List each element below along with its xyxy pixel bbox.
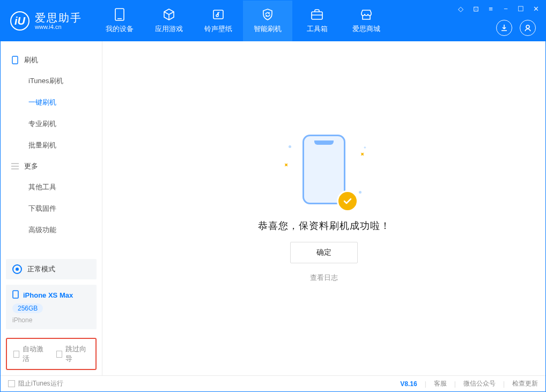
app-site: www.i4.cn	[35, 24, 82, 30]
sidebar-item-pro-flash[interactable]: 专业刷机	[1, 113, 102, 135]
checkbox-icon	[13, 351, 19, 358]
store-icon	[360, 8, 373, 21]
checkbox-block-itunes[interactable]: 阻止iTunes运行	[8, 379, 63, 388]
logo-text: 爱思助手 www.i4.cn	[35, 12, 82, 30]
toolbox-icon	[311, 8, 323, 21]
window-controls: ◇ ⊡ ≡ − ☐ ✕	[456, 5, 540, 13]
flash-options-highlight: 自动激活 跳过向导	[6, 338, 97, 370]
user-icon[interactable]	[520, 20, 536, 36]
cube-icon	[163, 8, 175, 21]
status-bar: 阻止iTunes运行 V8.16 | 客服 | 微信公众号 | 检查更新	[1, 375, 545, 391]
svg-point-4	[526, 25, 529, 28]
separator: |	[454, 380, 456, 388]
separator: |	[425, 380, 426, 388]
checkbox-skip-wizard[interactable]: 跳过向导	[56, 344, 90, 364]
sparkle-icon	[289, 145, 291, 148]
notify-icon[interactable]: ⊡	[471, 5, 480, 13]
ok-button[interactable]: 确定	[290, 242, 358, 263]
device-panel: 正常模式 iPhone XS Max 256GB iPhone	[6, 259, 97, 329]
device-icon	[113, 8, 126, 21]
device-mode: 正常模式	[27, 264, 55, 274]
device-name: iPhone XS Max	[23, 291, 73, 299]
tab-label: 应用游戏	[155, 24, 183, 34]
sidebar-item-batch-flash[interactable]: 批量刷机	[1, 135, 102, 156]
status-wechat-link[interactable]: 微信公众号	[463, 379, 496, 388]
separator: |	[503, 380, 505, 388]
checkbox-icon	[8, 380, 15, 387]
tab-flash[interactable]: 智能刷机	[243, 1, 292, 41]
svg-rect-3	[312, 12, 322, 19]
logo-area[interactable]: iU 爱思助手 www.i4.cn	[1, 11, 92, 31]
phone-small-icon	[11, 56, 19, 64]
header: iU 爱思助手 www.i4.cn 我的设备 应用游戏 铃声壁纸	[1, 1, 545, 41]
mode-dot-icon	[12, 264, 22, 274]
tab-store[interactable]: 爱思商城	[342, 1, 391, 41]
checkbox-label: 阻止iTunes运行	[18, 379, 63, 388]
sidebar-item-onekey-flash[interactable]: 一键刷机	[1, 92, 102, 113]
status-right: V8.16 | 客服 | 微信公众号 | 检查更新	[400, 379, 538, 388]
app-name: 爱思助手	[35, 12, 82, 24]
shield-refresh-icon	[261, 8, 274, 21]
tab-apps[interactable]: 应用游戏	[144, 1, 194, 41]
view-log-link[interactable]: 查看日志	[310, 273, 338, 283]
sparkle-icon: ✦	[363, 145, 367, 150]
device-box[interactable]: iPhone XS Max 256GB iPhone	[6, 285, 97, 329]
body: 刷机 iTunes刷机 一键刷机 专业刷机 批量刷机 更多 其他工具 下载固件 …	[1, 41, 545, 375]
svg-rect-1	[117, 18, 122, 19]
sparkle-icon: ✦	[358, 150, 367, 159]
success-illustration: ✦ ✦ ✦	[292, 135, 356, 210]
tab-device[interactable]: 我的设备	[95, 1, 144, 41]
sidebar-item-advanced[interactable]: 高级功能	[1, 219, 102, 241]
svg-rect-6	[13, 291, 18, 298]
list-icon	[11, 162, 19, 170]
sidebar-section-flash: 刷机	[1, 50, 102, 70]
status-update-link[interactable]: 检查更新	[512, 379, 538, 388]
tab-label: 我的设备	[106, 24, 134, 34]
tab-label: 铃声壁纸	[204, 24, 232, 34]
tab-label: 智能刷机	[254, 24, 282, 34]
music-folder-icon	[212, 8, 225, 21]
status-support-link[interactable]: 客服	[434, 379, 447, 388]
tab-label: 爱思商城	[352, 24, 380, 34]
section-title: 刷机	[24, 55, 38, 65]
check-badge-icon	[337, 190, 358, 212]
checkbox-icon	[56, 351, 62, 358]
logo-icon: iU	[10, 11, 29, 31]
tabs: 我的设备 应用游戏 铃声壁纸 智能刷机 工具箱	[95, 1, 391, 41]
sidebar-item-download-firmware[interactable]: 下载固件	[1, 198, 102, 219]
device-mode-box[interactable]: 正常模式	[6, 259, 97, 279]
sidebar: 刷机 iTunes刷机 一键刷机 专业刷机 批量刷机 更多 其他工具 下载固件 …	[1, 41, 102, 375]
svg-rect-5	[12, 56, 18, 64]
maximize-button[interactable]: ☐	[517, 5, 525, 13]
tab-tools[interactable]: 工具箱	[292, 1, 342, 41]
header-right-icons	[496, 20, 536, 36]
section-title: 更多	[24, 161, 38, 171]
success-message: 恭喜您，保资料刷机成功啦！	[258, 219, 390, 232]
tab-ring[interactable]: 铃声壁纸	[194, 1, 243, 41]
device-name-row: iPhone XS Max	[12, 290, 90, 300]
sparkle-icon: ✦	[282, 160, 291, 169]
phone-small-icon	[12, 290, 19, 300]
download-icon[interactable]	[496, 20, 512, 36]
status-left: 阻止iTunes运行	[8, 379, 63, 388]
sidebar-item-itunes-flash[interactable]: iTunes刷机	[1, 70, 102, 92]
close-button[interactable]: ✕	[532, 5, 540, 13]
checkbox-auto-activate[interactable]: 自动激活	[13, 344, 47, 364]
checkbox-label: 跳过向导	[65, 344, 89, 364]
checkbox-label: 自动激活	[23, 344, 46, 364]
tab-label: 工具箱	[307, 24, 328, 34]
version-label: V8.16	[400, 380, 417, 388]
main-content: ✦ ✦ ✦ 恭喜您，保资料刷机成功啦！ 确定 查看日志	[102, 41, 545, 375]
sidebar-section-more: 更多	[1, 156, 102, 176]
sparkle-icon	[359, 191, 361, 194]
device-storage: 256GB	[12, 304, 43, 313]
sidebar-item-other-tools[interactable]: 其他工具	[1, 176, 102, 198]
device-type: iPhone	[12, 316, 90, 324]
menu-icon[interactable]: ≡	[486, 5, 495, 13]
minimize-button[interactable]: −	[501, 5, 510, 13]
skin-icon[interactable]: ◇	[456, 5, 465, 13]
